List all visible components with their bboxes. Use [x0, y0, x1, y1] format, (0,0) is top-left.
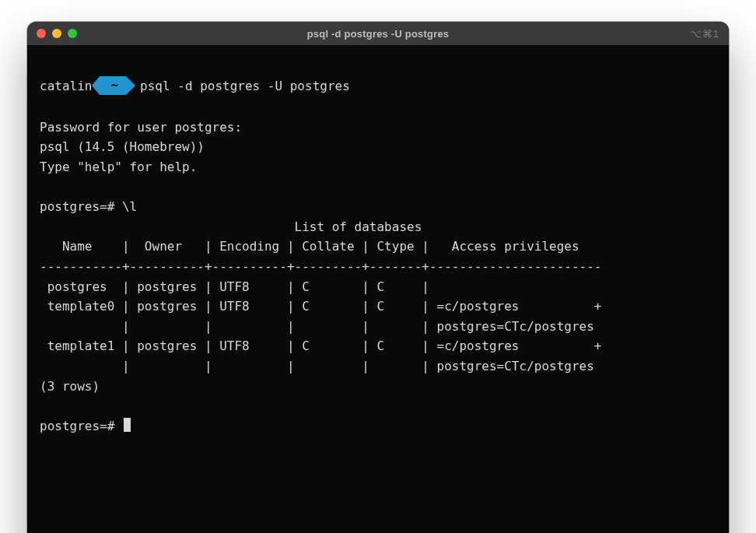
minimize-icon[interactable]	[52, 29, 61, 38]
window-title: psql -d postgres -U postgres	[27, 28, 729, 40]
output-version-line: psql (14.5 (Homebrew))	[40, 139, 205, 154]
table-separator-row: -----------+----------+----------+------…	[40, 259, 601, 274]
table-title-text: List of databases	[295, 219, 422, 234]
close-icon[interactable]	[37, 29, 46, 38]
cursor-icon	[124, 418, 131, 432]
output-password-line: Password for user postgres:	[40, 120, 242, 135]
typed-command: psql -d postgres -U postgres	[140, 76, 350, 96]
titlebar: psql -d postgres -U postgres ⌥⌘1	[27, 22, 729, 45]
output-help-line: Type "help" for help.	[40, 160, 197, 174]
prompt-cwd: ~	[100, 76, 126, 95]
table-row: template1 | postgres | UTF8 | C | C | =c…	[40, 338, 601, 353]
zoom-icon[interactable]	[68, 29, 77, 38]
table-row: postgres | postgres | UTF8 | C | C |	[40, 279, 437, 294]
table-row: | | | | | postgres=CTc/postgres	[40, 319, 594, 334]
terminal-window: psql -d postgres -U postgres ⌥⌘1 catalin…	[27, 22, 729, 533]
psql-prompt-command: postgres=# \l	[40, 199, 137, 214]
shell-prompt-line: catalin~psql -d postgres -U postgres	[40, 76, 716, 96]
psql-prompt[interactable]: postgres=#	[40, 419, 131, 433]
table-header-row: Name | Owner | Encoding | Collate | Ctyp…	[40, 239, 601, 254]
table-row: | | | | | postgres=CTc/postgres	[40, 359, 594, 373]
terminal-body[interactable]: catalin~psql -d postgres -U postgres Pas…	[27, 45, 729, 533]
row-count: (3 rows)	[40, 379, 100, 394]
prompt-cwd-badge: ~	[100, 76, 126, 95]
prompt-user: catalin	[40, 76, 92, 96]
window-controls	[37, 29, 77, 38]
window-shortcut-hint: ⌥⌘1	[690, 28, 719, 40]
psql-prompt-text: postgres=#	[40, 419, 122, 433]
table-row: template0 | postgres | UTF8 | C | C | =c…	[40, 299, 601, 314]
table-title: List of databases	[40, 219, 422, 234]
